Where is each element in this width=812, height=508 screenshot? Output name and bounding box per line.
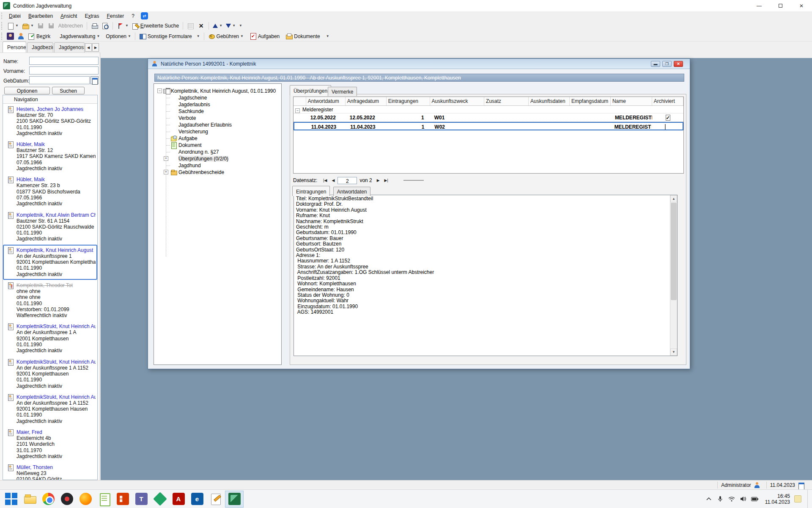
taskbar-acrobat-button[interactable]: A: [169, 491, 188, 508]
tab-personen[interactable]: Personen: [3, 41, 26, 52]
taskbar-chrome-button[interactable]: [39, 491, 58, 508]
tab-scroll-right-button[interactable]: ▶: [92, 43, 99, 52]
calendar-button[interactable]: [91, 76, 99, 84]
abbrechen-button[interactable]: Abbrechen: [57, 22, 85, 30]
properties-button[interactable]: [185, 22, 196, 30]
vorname-input[interactable]: [29, 66, 99, 75]
maximize-button[interactable]: [770, 0, 791, 11]
tray-notification-icon[interactable]: [794, 495, 801, 502]
wifi-icon[interactable]: [728, 495, 735, 502]
list-item[interactable]: !Komplettnik, Theodor Totohne ohneohne o…: [3, 280, 97, 321]
table-row[interactable]: 12.05.202212.05.20221W01MELDEREGISTER✓: [294, 113, 683, 122]
taskbar-clock[interactable]: 16:45 11.04.2023: [765, 493, 790, 505]
toolbar-grip[interactable]: [1, 13, 3, 19]
optionen-button[interactable]: Optionen: [4, 87, 50, 94]
erweiterte-suche-button[interactable]: Erweiterte Suche: [130, 22, 181, 30]
taskbar-edge-button[interactable]: e: [188, 491, 206, 508]
list-item[interactable]: KomplettnikStrukt, Knut Heinrich AugustA…: [3, 392, 97, 427]
tab-antwortdaten[interactable]: Antwortdaten: [333, 187, 371, 196]
list-item[interactable]: KomplettnikStrukt, Knut Heinrich AugustA…: [3, 321, 97, 356]
child-minimize-button[interactable]: ▬: [651, 61, 660, 67]
column-header[interactable]: Name: [611, 97, 652, 105]
list-item[interactable]: Müller, ThorstenNeißeweg 2302100 SAKD Gö…: [3, 462, 97, 480]
toolbar-overflow-icon[interactable]: ▼: [239, 24, 242, 28]
tree-item-anordnung-n-27[interactable]: Anordnung n. §27: [154, 149, 281, 155]
collapse-icon[interactable]: −: [295, 108, 300, 113]
column-header[interactable]: [294, 97, 306, 105]
toolbar-grip[interactable]: [1, 33, 3, 39]
taskbar-diamond-button[interactable]: [151, 491, 169, 508]
tab-ueberpruefungen[interactable]: Überprüfungen: [290, 85, 331, 95]
person-button[interactable]: [16, 32, 26, 41]
column-header[interactable]: Auskunftszweck: [430, 97, 485, 105]
taskbar-app-button[interactable]: [225, 491, 244, 508]
bezirk-button[interactable]: Bezirk: [26, 32, 52, 41]
teamviewer-icon[interactable]: ⇄: [141, 12, 148, 19]
toolbar-overflow-icon[interactable]: ▼: [326, 35, 329, 38]
flag-button[interactable]: ▼: [115, 22, 130, 30]
list-item[interactable]: Hübler, MaikKamenzer Str. 23 b01877 SAKD…: [3, 174, 97, 209]
tree-item-versicherung[interactable]: Versicherung: [154, 128, 281, 135]
table-row[interactable]: 11.04.202311.04.20231W02MELDEREGISTER: [294, 122, 683, 130]
tree-root-item[interactable]: − Komplettnik, Knut Heinrich August, 01.…: [154, 88, 281, 94]
tree-item-dokument[interactable]: Dokument: [154, 142, 281, 149]
column-header[interactable]: Antwortdatum: [306, 97, 346, 105]
delete-button[interactable]: ✕: [196, 22, 206, 30]
tree-item-jagdaufseher-erlaubnis[interactable]: Jagdaufseher Erlaubnis: [154, 121, 281, 128]
tab-scroll-left-button[interactable]: ◀: [85, 43, 92, 52]
gebuehren-button[interactable]: Gebühren▼: [206, 32, 245, 41]
move-down-button[interactable]: ▼: [224, 23, 237, 29]
column-header[interactable]: Auskunftsdaten: [529, 97, 570, 105]
print-button[interactable]: [89, 22, 100, 30]
tree-item-überprüfungen-0-2-0-[interactable]: +Überprüfungen (0/2/0): [154, 155, 281, 162]
taskbar-npp-button[interactable]: [95, 491, 113, 508]
table-group-row[interactable]: −Melderegister: [294, 106, 683, 113]
archiviert-checkbox[interactable]: ✓: [666, 115, 670, 121]
previous-record-button[interactable]: ◀: [329, 177, 337, 184]
menu-help[interactable]: ?: [128, 12, 138, 20]
taskbar-editor-button[interactable]: [206, 491, 225, 508]
tree-item-verbote[interactable]: Verbote: [154, 115, 281, 121]
dokumente-button[interactable]: Dokumente: [284, 32, 321, 41]
tree-item-aufgabe[interactable]: Aufgabe: [154, 135, 281, 142]
tray-expand-icon[interactable]: [705, 495, 713, 502]
expand-icon[interactable]: +: [164, 170, 168, 174]
open-button[interactable]: ▼: [20, 22, 36, 30]
scrollbar-thumb[interactable]: [671, 203, 677, 300]
taskbar-office-button[interactable]: [113, 491, 132, 508]
navigation-list[interactable]: Hesters, Jochen Jo JohannesBautzner Str.…: [3, 104, 97, 480]
last-record-button[interactable]: ▶|: [383, 177, 390, 184]
tree-item-sachkunde[interactable]: Sachkunde: [154, 108, 281, 115]
sonstige-formulare-button[interactable]: Sonstige Formulare▼: [137, 32, 202, 41]
menu-extras[interactable]: Extras: [81, 12, 103, 20]
tab-jagdgenossen[interactable]: Jagdgenossen: [54, 42, 85, 52]
column-header[interactable]: Zusatz: [484, 97, 529, 105]
toolbar-grip[interactable]: [1, 22, 3, 30]
save-all-button[interactable]: [46, 22, 57, 30]
menu-bearbeiten[interactable]: Bearbeiten: [25, 12, 57, 20]
gebdatum-input[interactable]: [29, 76, 90, 84]
splitter-handle[interactable]: [403, 180, 424, 181]
close-button[interactable]: ✕: [791, 0, 812, 11]
collapse-icon[interactable]: −: [157, 88, 162, 93]
archiviert-checkbox[interactable]: [665, 124, 666, 130]
list-item[interactable]: Komplettnik, Knut Heinrich AugustAn der …: [3, 245, 97, 280]
aufgaben-button[interactable]: Aufgaben: [248, 32, 281, 41]
scrollbar[interactable]: ▲ ▼: [670, 195, 677, 356]
scroll-up-icon[interactable]: ▲: [670, 195, 677, 202]
optionen-menu-button[interactable]: Optionen▼: [104, 33, 133, 40]
move-up-button[interactable]: ▼: [211, 23, 224, 29]
speaker-icon[interactable]: [740, 495, 747, 502]
list-item[interactable]: Komplettnik, Knut Alwin Bertram ChristBa…: [3, 210, 97, 245]
tree-item-jagdhund[interactable]: Jagdhund: [154, 162, 281, 169]
taskbar-teams-button[interactable]: T: [132, 491, 151, 508]
show-desktop-button[interactable]: [807, 490, 809, 508]
tree-item-jagdscheine[interactable]: Jagdscheine: [154, 94, 281, 101]
menu-fenster[interactable]: Fenster: [103, 12, 128, 20]
minimize-button[interactable]: —: [749, 0, 770, 11]
list-item[interactable]: KomplettnikStrukt, Knut Heinrich AugustA…: [3, 356, 97, 392]
taskbar-firefox-button[interactable]: [76, 491, 95, 508]
next-record-button[interactable]: ▶: [375, 177, 382, 184]
taskbar-start-button[interactable]: [2, 491, 20, 508]
suchen-button[interactable]: Suchen: [52, 87, 85, 94]
